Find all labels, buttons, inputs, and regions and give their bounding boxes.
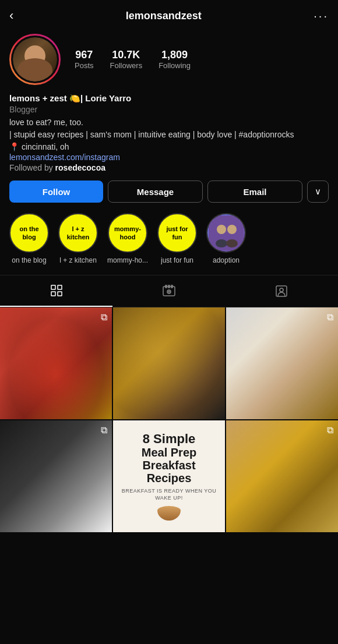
highlight-circle-just-for-fun: just for fun (157, 213, 197, 253)
meal-prep-title: Meal PrepBreakfastRecipes (142, 446, 196, 484)
header: ‹ lemonsandzest ··· (0, 0, 338, 29)
highlight-on-the-blog[interactable]: on the blog on the blog (9, 213, 49, 264)
highlight-just-for-fun[interactable]: just for fun just for fun (157, 213, 197, 264)
svg-rect-7 (51, 292, 55, 296)
follow-button[interactable]: Follow (9, 181, 103, 203)
bio: lemons + zest 🍋| Lorie Yarro Blogger lov… (9, 93, 329, 172)
svg-rect-6 (58, 285, 62, 289)
multi-post-icon-1: ⧉ (101, 312, 107, 323)
grid-item-3[interactable]: ⧉ (226, 307, 338, 419)
stat-following[interactable]: 1,809 Following (159, 49, 191, 70)
bio-followed-by: Followed by rosedecocoa (9, 163, 329, 172)
highlight-circle-text-l-z-kitchen: l + z kitchen (59, 222, 97, 244)
back-button[interactable]: ‹ (9, 8, 13, 23)
grid-item-2[interactable] (113, 307, 225, 419)
avatar-image (13, 37, 57, 82)
highlight-label-mommy-hood: mommy-ho... (107, 256, 148, 264)
svg-rect-5 (51, 285, 55, 289)
bio-location: 📍 cincinnati, oh (9, 142, 329, 151)
tab-grid[interactable] (0, 275, 112, 307)
svg-point-3 (227, 225, 237, 234)
meal-bowl-graphic (157, 506, 181, 521)
dropdown-button[interactable]: ∨ (307, 181, 329, 203)
highlight-circle-adoption (206, 213, 246, 253)
profile-top: 967 Posts 10.7K Followers 1,809 Followin… (9, 34, 329, 85)
following-count: 1,809 (161, 49, 188, 61)
following-label: Following (159, 61, 191, 70)
grid-icon (50, 284, 64, 298)
adoption-photo (207, 214, 245, 252)
bio-name: lemons + zest 🍋| Lorie Yarro (9, 93, 329, 104)
bio-link[interactable]: lemonsandzest.com/instagram (9, 153, 329, 162)
action-buttons: Follow Message Email ∨ (9, 181, 329, 203)
bio-description: love to eat? me, too.| stupid easy recip… (9, 116, 329, 141)
text-overlay-5: 8 Simple Meal PrepBreakfastRecipes BREAK… (113, 420, 225, 532)
bio-role: Blogger (9, 105, 329, 114)
meal-prep-number: 8 Simple (143, 432, 195, 446)
avatar (11, 36, 59, 83)
followers-label: Followers (110, 61, 143, 70)
stat-followers[interactable]: 10.7K Followers (110, 49, 143, 70)
multi-post-icon-4: ⧉ (101, 425, 107, 436)
highlight-circle-on-the-blog: on the blog (9, 213, 49, 253)
reels-icon (162, 284, 176, 298)
highlight-label-on-the-blog: on the blog (12, 256, 46, 264)
tab-tagged[interactable] (226, 275, 338, 307)
message-button[interactable]: Message (108, 181, 203, 203)
svg-point-13 (167, 290, 171, 293)
highlight-circle-text-on-the-blog: on the blog (10, 222, 48, 244)
posts-label: Posts (75, 61, 94, 70)
svg-point-4 (226, 239, 238, 247)
grid-item-5[interactable]: 8 Simple Meal PrepBreakfastRecipes BREAK… (113, 420, 225, 532)
profile-section: 967 Posts 10.7K Followers 1,809 Followin… (0, 29, 338, 203)
grid-item-1[interactable]: ⧉ (0, 307, 112, 419)
highlight-l-z-kitchen[interactable]: l + z kitchen l + z kitchen (58, 213, 98, 264)
stats: 967 Posts 10.7K Followers 1,809 Followin… (75, 49, 191, 70)
highlight-circle-text-just-for-fun: just for fun (159, 222, 196, 244)
highlight-label-l-z-kitchen: l + z kitchen (59, 256, 97, 264)
svg-rect-8 (58, 292, 62, 296)
chevron-down-icon: ∨ (315, 186, 321, 196)
highlight-label-adoption: adoption (213, 256, 240, 264)
highlights-row: on the blog on the blog l + z kitchen l … (0, 213, 338, 275)
username: lemonsandzest (126, 10, 202, 22)
highlight-label-just-for-fun: just for fun (161, 256, 193, 264)
photo-grid: ⧉ ⧉ ⧉ 8 Simple Meal PrepBreakfastRecipes… (0, 307, 338, 532)
tab-bar (0, 275, 338, 307)
posts-count: 967 (75, 49, 93, 61)
more-button[interactable]: ··· (314, 9, 329, 23)
svg-point-1 (217, 225, 226, 234)
highlight-circle-text-mommy-hood: mommy-hood (109, 222, 146, 244)
stat-posts[interactable]: 967 Posts (75, 49, 94, 70)
grid-item-6[interactable]: ⧉ (226, 420, 338, 532)
meal-prep-subtitle: BREAKFAST IS READY WHEN YOU WAKE UP! (120, 488, 218, 501)
svg-point-2 (216, 239, 227, 247)
email-button[interactable]: Email (207, 181, 302, 203)
followers-count: 10.7K (112, 49, 140, 61)
highlight-circle-mommy-hood: mommy-hood (108, 213, 147, 253)
tagged-icon (274, 284, 288, 298)
svg-point-14 (168, 291, 170, 292)
grid-item-4[interactable]: ⧉ (0, 420, 112, 532)
highlight-adoption[interactable]: adoption (206, 213, 246, 264)
avatar-ring[interactable] (9, 34, 61, 85)
highlight-mommy-hood[interactable]: mommy-hood mommy-ho... (107, 213, 148, 264)
multi-post-icon-3: ⧉ (327, 312, 333, 323)
highlight-circle-l-z-kitchen: l + z kitchen (58, 213, 98, 253)
svg-point-16 (280, 288, 283, 292)
multi-post-icon-6: ⧉ (327, 425, 333, 436)
followed-by-user[interactable]: rosedecocoa (55, 163, 105, 172)
tab-reels[interactable] (112, 275, 225, 307)
